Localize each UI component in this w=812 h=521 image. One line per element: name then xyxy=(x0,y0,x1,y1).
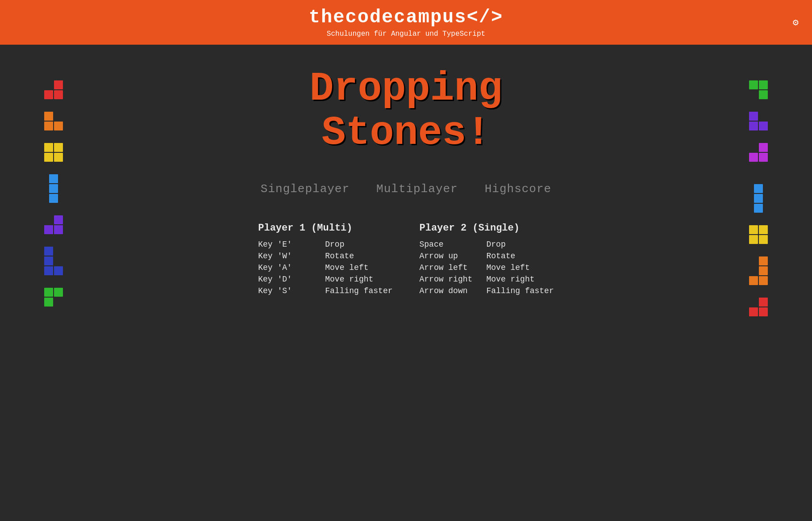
player1-header: Player 1 (Multi) xyxy=(258,223,392,234)
controls-section: Player 1 (Multi) Key 'E' Drop Key 'W' Ro… xyxy=(258,223,554,298)
p1-action-4: Move right xyxy=(325,275,373,284)
site-subtitle: Schulungen für Angular und TypeScript xyxy=(327,30,485,38)
tetris-piece-blue xyxy=(49,174,58,203)
p2-key-1: Space xyxy=(420,240,478,249)
player2-header: Player 2 (Single) xyxy=(420,223,554,234)
p1-action-1: Drop xyxy=(325,240,344,249)
p1-key-5: Key 'S' xyxy=(258,286,316,295)
gear-icon[interactable]: ⚙ xyxy=(793,17,799,29)
p2-action-3: Move left xyxy=(487,263,530,272)
p2-key-4: Arrow right xyxy=(420,275,478,284)
r-tetris-piece-lightblue xyxy=(754,184,763,213)
r-tetris-piece-purple xyxy=(749,112,768,130)
control-row: Arrow right Move right xyxy=(420,275,554,284)
p1-action-3: Move left xyxy=(325,263,368,272)
p2-action-2: Rotate xyxy=(487,252,516,260)
control-row: Key 'S' Falling faster xyxy=(258,286,392,295)
player2-controls: Player 2 (Single) Space Drop Arrow up Ro… xyxy=(420,223,554,298)
control-row: Arrow down Falling faster xyxy=(420,286,554,295)
r-tetris-piece-magenta xyxy=(749,143,768,172)
nav-multiplayer[interactable]: Multiplayer xyxy=(376,182,458,196)
nav-singleplayer[interactable]: Singleplayer xyxy=(261,182,350,196)
control-row: Key 'D' Move right xyxy=(258,275,392,284)
main-content: Dropping Stones! Singleplayer Multiplaye… xyxy=(0,45,812,521)
p1-action-2: Rotate xyxy=(325,252,354,260)
control-row: Space Drop xyxy=(420,240,554,249)
header: thecodecampus</> Schulungen für Angular … xyxy=(0,0,812,45)
tetris-piece-green xyxy=(44,288,63,307)
tetris-piece-red xyxy=(44,80,63,99)
tetris-piece-purple xyxy=(44,215,63,234)
game-title: Dropping Stones! xyxy=(309,67,502,155)
r-tetris-piece-red xyxy=(749,298,768,316)
p1-key-3: Key 'A' xyxy=(258,263,316,272)
p1-key-4: Key 'D' xyxy=(258,275,316,284)
control-row: Arrow left Move left xyxy=(420,263,554,272)
r-tetris-piece-green xyxy=(749,80,768,99)
r-tetris-piece-yellow xyxy=(749,225,768,244)
tetris-piece-blue2 xyxy=(44,247,63,275)
p1-key-2: Key 'W' xyxy=(258,252,316,260)
left-decorations xyxy=(0,45,107,521)
nav-highscore[interactable]: Highscore xyxy=(485,182,551,196)
control-row: Key 'E' Drop xyxy=(258,240,392,249)
p2-key-2: Arrow up xyxy=(420,252,478,260)
p2-action-4: Move right xyxy=(487,275,535,284)
site-title: thecodecampus</> xyxy=(309,7,503,28)
center-content: Dropping Stones! Singleplayer Multiplaye… xyxy=(107,45,705,521)
r-tetris-piece-orange xyxy=(749,256,768,285)
tetris-piece-yellow xyxy=(44,143,63,162)
p2-action-1: Drop xyxy=(487,240,506,249)
p2-key-3: Arrow left xyxy=(420,263,478,272)
p2-action-5: Falling faster xyxy=(487,286,554,295)
p2-key-5: Arrow down xyxy=(420,286,478,295)
control-row: Key 'W' Rotate xyxy=(258,252,392,260)
p1-action-5: Falling faster xyxy=(325,286,392,295)
right-decorations xyxy=(705,45,812,521)
player1-controls: Player 1 (Multi) Key 'E' Drop Key 'W' Ro… xyxy=(258,223,392,298)
tetris-piece-orange xyxy=(44,112,63,130)
control-row: Arrow up Rotate xyxy=(420,252,554,260)
p1-key-1: Key 'E' xyxy=(258,240,316,249)
nav-menu: Singleplayer Multiplayer Highscore xyxy=(261,182,551,196)
control-row: Key 'A' Move left xyxy=(258,263,392,272)
